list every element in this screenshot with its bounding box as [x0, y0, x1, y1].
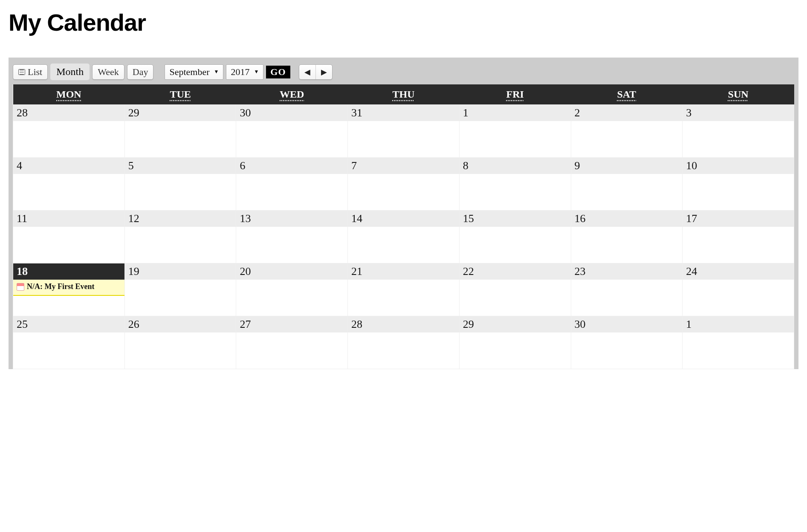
day-number: 5: [125, 158, 236, 174]
day-number: 18: [13, 263, 124, 280]
day-number: 12: [125, 211, 236, 227]
calendar-cell[interactable]: 1: [459, 105, 571, 158]
view-list-label: List: [28, 66, 42, 78]
header-wed: WED: [236, 84, 348, 105]
calendar-cell[interactable]: 21: [348, 263, 460, 316]
calendar-toolbar: List Month Week Day September ▼ 2017 ▼ G…: [13, 62, 794, 84]
calendar-row: 45678910: [13, 158, 794, 211]
calendar-row: 18N/A: My First Event192021222324: [13, 263, 794, 316]
calendar-cell[interactable]: 29: [124, 105, 236, 158]
day-number: 15: [460, 211, 571, 227]
day-number: 28: [13, 105, 124, 121]
day-number: 13: [236, 211, 347, 227]
day-number: 23: [571, 263, 683, 280]
calendar-cell[interactable]: 14: [348, 211, 460, 263]
calendar-cell[interactable]: 11: [13, 211, 125, 263]
day-number: 26: [125, 316, 236, 332]
view-week-button[interactable]: Week: [92, 64, 124, 80]
calendar-cell[interactable]: 28: [13, 105, 125, 158]
day-number: 31: [348, 105, 459, 121]
header-sat: SAT: [571, 84, 683, 105]
day-number: 29: [125, 105, 236, 121]
day-number: 1: [683, 316, 794, 332]
view-day-button[interactable]: Day: [127, 64, 154, 80]
calendar-cell[interactable]: 26: [124, 316, 236, 369]
calendar-cell[interactable]: 30: [571, 316, 683, 369]
header-fri: FRI: [459, 84, 571, 105]
calendar-cell[interactable]: 30: [236, 105, 348, 158]
day-number: 29: [460, 316, 571, 332]
calendar-cell[interactable]: 8: [459, 158, 571, 211]
day-number: 4: [13, 158, 124, 174]
day-number: 30: [236, 105, 347, 121]
go-button[interactable]: GO: [266, 66, 290, 78]
calendar-event[interactable]: N/A: My First Event: [13, 280, 124, 296]
calendar-cell[interactable]: 2: [571, 105, 683, 158]
day-number: 22: [460, 263, 571, 280]
month-select-value: September: [169, 66, 209, 78]
calendar-container: List Month Week Day September ▼ 2017 ▼ G…: [9, 58, 798, 369]
nav-arrows: ◀ ▶: [299, 64, 333, 80]
calendar-event-text: N/A: My First Event: [27, 282, 94, 292]
header-tue: TUE: [124, 84, 236, 105]
calendar-cell[interactable]: 22: [459, 263, 571, 316]
day-number: 28: [348, 316, 459, 332]
calendar-cell[interactable]: 12: [124, 211, 236, 263]
year-select[interactable]: 2017 ▼: [226, 64, 263, 80]
calendar-cell[interactable]: 24: [683, 263, 794, 316]
day-number: 10: [683, 158, 794, 174]
header-thu: THU: [348, 84, 460, 105]
calendar-cell[interactable]: 16: [571, 211, 683, 263]
day-number: 30: [571, 316, 683, 332]
calendar-cell[interactable]: 1: [683, 316, 794, 369]
next-button[interactable]: ▶: [316, 65, 332, 79]
header-sun: SUN: [683, 84, 794, 105]
calendar-cell[interactable]: 28: [348, 316, 460, 369]
calendar-row: 11121314151617: [13, 211, 794, 263]
header-mon: MON: [13, 84, 125, 105]
calendar-cell[interactable]: 27: [236, 316, 348, 369]
day-number: 9: [571, 158, 683, 174]
calendar-cell[interactable]: 31: [348, 105, 460, 158]
calendar-cell[interactable]: 17: [683, 211, 794, 263]
calendar-cell[interactable]: 13: [236, 211, 348, 263]
day-number: 27: [236, 316, 347, 332]
day-number: 1: [460, 105, 571, 121]
calendar-cell[interactable]: 25: [13, 316, 125, 369]
calendar-cell[interactable]: 29: [459, 316, 571, 369]
calendar-cell[interactable]: 19: [124, 263, 236, 316]
calendar-cell[interactable]: 23: [571, 263, 683, 316]
day-number: 20: [236, 263, 347, 280]
month-select[interactable]: September ▼: [165, 64, 223, 80]
header-row: MON TUE WED THU FRI SAT SUN: [13, 84, 794, 105]
calendar-cell[interactable]: 4: [13, 158, 125, 211]
day-number: 16: [571, 211, 683, 227]
calendar-grid: MON TUE WED THU FRI SAT SUN 282930311234…: [13, 84, 794, 369]
day-number: 3: [683, 105, 794, 121]
calendar-cell[interactable]: 20: [236, 263, 348, 316]
day-number: 25: [13, 316, 124, 332]
calendar-cell[interactable]: 9: [571, 158, 683, 211]
view-list-button[interactable]: List: [13, 64, 48, 80]
day-number: 21: [348, 263, 459, 280]
calendar-cell[interactable]: 10: [683, 158, 794, 211]
page-title: My Calendar: [9, 9, 798, 36]
day-number: 2: [571, 105, 683, 121]
calendar-cell[interactable]: 7: [348, 158, 460, 211]
view-month-button[interactable]: Month: [50, 64, 90, 80]
day-number: 8: [460, 158, 571, 174]
day-number: 24: [683, 263, 794, 280]
calendar-cell[interactable]: 5: [124, 158, 236, 211]
calendar-cell[interactable]: 18N/A: My First Event: [13, 263, 125, 316]
day-number: 14: [348, 211, 459, 227]
day-number: 6: [236, 158, 347, 174]
list-icon: [18, 69, 25, 75]
prev-button[interactable]: ◀: [299, 65, 316, 79]
day-number: 19: [125, 263, 236, 280]
chevron-down-icon: ▼: [254, 69, 259, 75]
year-select-value: 2017: [231, 66, 249, 78]
day-number: 7: [348, 158, 459, 174]
calendar-cell[interactable]: 6: [236, 158, 348, 211]
calendar-cell[interactable]: 15: [459, 211, 571, 263]
calendar-cell[interactable]: 3: [683, 105, 794, 158]
